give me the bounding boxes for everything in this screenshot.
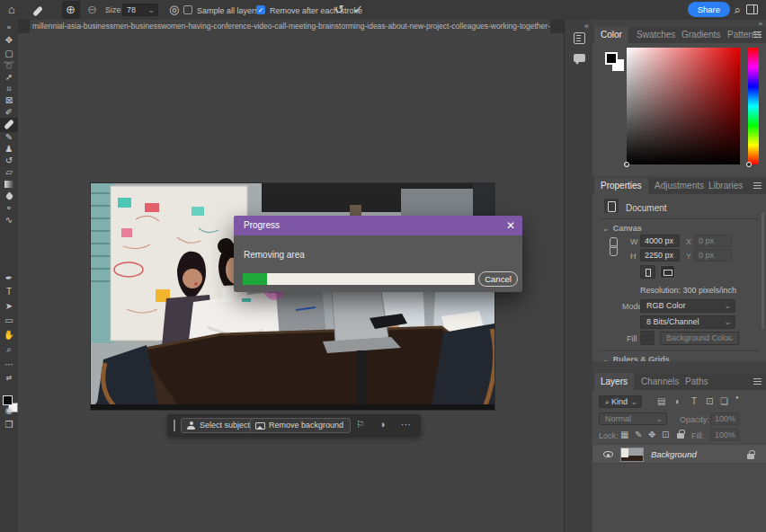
color-field[interactable] xyxy=(627,48,740,164)
quick-mask-icon[interactable]: ◉ xyxy=(0,404,18,417)
swap-colors-icon[interactable]: ⇄ xyxy=(0,372,18,385)
frame-tool[interactable]: ⊠ xyxy=(0,94,18,107)
mode-select[interactable]: RGB Color⌄ xyxy=(640,299,735,313)
dodge-tool[interactable]: ⚬ xyxy=(0,202,18,215)
blur-tool[interactable] xyxy=(0,191,18,203)
clone-stamp-tool[interactable]: ♟ xyxy=(0,143,18,155)
transform-icon[interactable]: ⚐ xyxy=(356,419,365,430)
tab-channels[interactable]: Channels xyxy=(635,373,685,390)
y-field[interactable]: 0 px xyxy=(694,249,732,262)
undo-icon[interactable]: ↺ xyxy=(334,3,344,17)
hand-tool[interactable]: ✋ xyxy=(0,329,18,341)
type-tool[interactable]: T xyxy=(0,286,18,298)
sample-all-layers-checkbox[interactable] xyxy=(183,5,192,14)
fg-bg-color-swatches[interactable] xyxy=(605,52,627,70)
sampling-options-icon[interactable]: ◎ xyxy=(169,3,179,17)
toolbar-collapse-icon[interactable]: » xyxy=(0,22,18,34)
canvas-section-header[interactable]: ⌄Canvas xyxy=(602,224,642,233)
tab-properties[interactable]: Properties xyxy=(594,178,648,194)
eyedropper-tool[interactable]: ✐ xyxy=(0,106,18,119)
x-field[interactable]: 0 px xyxy=(694,235,732,247)
search-icon[interactable]: ⌕ xyxy=(735,3,741,17)
bit-depth-select[interactable]: 8 Bits/Channel⌄ xyxy=(640,315,735,329)
screen-mode-icon[interactable]: ❐ xyxy=(0,419,18,431)
scrollbar[interactable] xyxy=(762,212,764,329)
foreground-color-swatch[interactable] xyxy=(3,395,13,405)
filter-type-icon[interactable]: T xyxy=(691,396,697,406)
brush-size-input[interactable]: 78 ⌄ xyxy=(122,4,158,16)
spot-healing-tool-icon[interactable] xyxy=(32,3,43,17)
fill-select[interactable]: Background Color⌄ xyxy=(660,332,739,345)
smudge-tool[interactable]: ∿ xyxy=(0,214,18,226)
shape-tool[interactable]: ▭ xyxy=(0,315,18,327)
expand-panels-icon[interactable]: « xyxy=(584,22,589,31)
rulers-grids-section-header[interactable]: ⌄Rulers & Grids xyxy=(602,355,670,361)
gradient-tool[interactable] xyxy=(0,178,18,191)
lock-all-icon[interactable] xyxy=(677,433,684,439)
drag-handle[interactable] xyxy=(174,420,175,431)
marquee-tool[interactable]: ▢ xyxy=(0,48,18,60)
chevron-down-icon[interactable]: ⌄ xyxy=(147,4,155,15)
link-dimensions-icon[interactable] xyxy=(610,237,617,257)
subtract-from-selection-icon[interactable]: ⊖ xyxy=(87,3,97,17)
tab-color[interactable]: Color xyxy=(594,27,628,43)
history-panel-icon[interactable] xyxy=(574,32,585,44)
lock-artboard-icon[interactable]: ⊡ xyxy=(662,430,669,439)
dialog-title-bar[interactable]: Progress ✕ xyxy=(234,216,522,235)
filter-image-icon[interactable]: ▤ xyxy=(657,396,665,406)
move-tool[interactable]: ✥ xyxy=(0,34,18,47)
more-options-icon[interactable]: ⋯ xyxy=(401,419,411,430)
lock-paint-icon[interactable]: ✎ xyxy=(635,430,642,439)
document-tab[interactable]: millennial-asia-businessmen-businesswome… xyxy=(30,20,550,33)
foreground-color-swatch[interactable] xyxy=(605,52,618,65)
path-selection-tool[interactable]: ➤ xyxy=(0,300,18,313)
select-subject-button[interactable]: Select subject xyxy=(181,418,257,433)
orientation-portrait-button[interactable] xyxy=(640,265,655,279)
workspace-switcher-icon[interactable] xyxy=(746,4,758,14)
filter-smart-object-icon[interactable]: ❏ xyxy=(720,396,728,406)
close-icon[interactable]: ✕ xyxy=(506,219,515,232)
tab-swatches[interactable]: Swatches xyxy=(630,27,681,43)
zoom-tool[interactable]: ⌕ xyxy=(0,343,18,356)
crop-tool[interactable]: ⌗ xyxy=(0,83,18,95)
panel-menu-icon[interactable] xyxy=(753,378,762,385)
filter-toggle-icon[interactable]: ● xyxy=(735,395,739,400)
object-selection-tool[interactable]: ➚ xyxy=(0,71,18,84)
hue-slider[interactable] xyxy=(748,48,759,164)
layer-fill-field[interactable]: 100% xyxy=(710,429,739,441)
orientation-landscape-button[interactable] xyxy=(660,265,675,279)
lock-transparency-icon[interactable]: ▦ xyxy=(620,430,628,439)
home-icon[interactable]: ⌂ xyxy=(8,3,15,17)
opacity-field[interactable]: 100% xyxy=(710,412,739,425)
tab-gradients[interactable]: Gradients xyxy=(675,27,726,43)
filter-frame-icon[interactable]: ⊡ xyxy=(706,396,713,406)
cancel-button[interactable]: Cancel xyxy=(478,271,518,287)
edit-toolbar-icon[interactable]: ⋯ xyxy=(0,359,18,371)
spot-healing-brush-tool[interactable] xyxy=(0,118,18,132)
history-brush-tool[interactable]: ↺ xyxy=(0,155,18,167)
height-field[interactable]: 2250 px xyxy=(640,249,680,262)
lasso-tool[interactable]: ➰ xyxy=(0,59,18,72)
panel-menu-icon[interactable] xyxy=(753,182,762,189)
tab-adjustments[interactable]: Adjustments xyxy=(648,178,710,194)
panel-menu-icon[interactable] xyxy=(753,31,762,38)
blend-mode-select[interactable]: Normal⌄ xyxy=(599,412,667,425)
commit-icon[interactable]: ✓ xyxy=(353,3,363,17)
filter-adjustment-icon[interactable]: ◐ xyxy=(675,396,681,406)
tab-libraries[interactable]: Libraries xyxy=(702,178,749,194)
remove-background-button[interactable]: Remove background xyxy=(250,418,351,433)
tab-layers[interactable]: Layers xyxy=(594,373,634,390)
lock-move-icon[interactable]: ✥ xyxy=(648,430,655,439)
pen-tool[interactable]: ✒ xyxy=(0,272,18,285)
remove-after-stroke-checkbox[interactable]: ✓ xyxy=(256,5,265,14)
width-field[interactable]: 4000 px xyxy=(640,235,680,247)
layer-visibility-eye-icon[interactable] xyxy=(603,451,613,457)
hue-slider-cursor[interactable] xyxy=(746,162,752,167)
layer-row[interactable]: Background xyxy=(592,444,766,464)
layer-filter-kind-select[interactable]: ⌕ Kind⌄ xyxy=(599,395,642,408)
share-button[interactable]: Share xyxy=(688,2,730,17)
add-to-selection-icon[interactable]: ⊕ xyxy=(66,3,76,17)
tab-paths[interactable]: Paths xyxy=(679,373,715,390)
brush-tool[interactable]: ✎ xyxy=(0,131,18,144)
color-field-cursor[interactable] xyxy=(624,162,629,167)
